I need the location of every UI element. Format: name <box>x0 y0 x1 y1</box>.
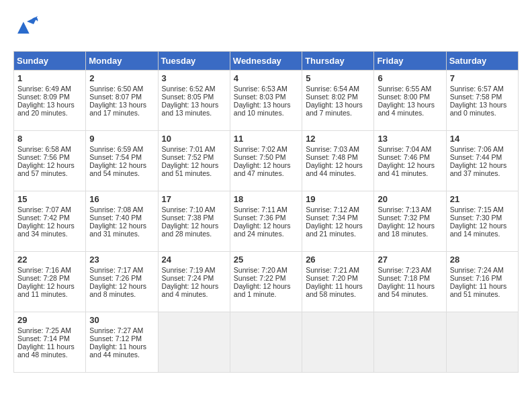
day-number: 10 <box>162 134 226 144</box>
day-info-line: and 54 minutes. <box>89 169 154 177</box>
day-number: 15 <box>17 194 82 204</box>
header: ▲ <box>13 13 519 44</box>
column-header-tuesday: Tuesday <box>158 52 230 71</box>
day-info-line: and 44 minutes. <box>89 351 154 359</box>
calendar-cell: 21Sunrise: 7:15 AMSunset: 7:30 PMDayligh… <box>446 191 518 252</box>
calendar-cell: 9Sunrise: 6:59 AMSunset: 7:54 PMDaylight… <box>86 131 158 191</box>
day-info-line: and 1 minute. <box>234 290 298 298</box>
calendar-cell: 22Sunrise: 7:16 AMSunset: 7:28 PMDayligh… <box>14 252 86 312</box>
day-info-line: Daylight: 12 hours <box>234 161 298 169</box>
day-info-line: and 4 minutes. <box>162 290 226 298</box>
calendar-cell: 24Sunrise: 7:19 AMSunset: 7:24 PMDayligh… <box>158 252 230 312</box>
day-number: 30 <box>89 315 154 325</box>
calendar-cell: 17Sunrise: 7:10 AMSunset: 7:38 PMDayligh… <box>158 191 230 252</box>
day-info-line: and 4 minutes. <box>378 109 442 117</box>
calendar-cell: 8Sunrise: 6:58 AMSunset: 7:56 PMDaylight… <box>14 131 86 191</box>
day-number: 27 <box>378 255 442 265</box>
day-info-line: Sunrise: 7:04 AM <box>378 145 442 153</box>
calendar-cell: 25Sunrise: 7:20 AMSunset: 7:22 PMDayligh… <box>230 252 302 312</box>
day-info-line: and 13 minutes. <box>162 109 226 117</box>
column-header-sunday: Sunday <box>14 52 86 71</box>
day-info-line: Daylight: 12 hours <box>306 161 370 169</box>
day-number: 4 <box>234 73 298 83</box>
day-info-line: Sunrise: 7:01 AM <box>162 145 226 153</box>
day-info-line: Sunrise: 7:20 AM <box>234 266 298 274</box>
day-info-line: Daylight: 12 hours <box>17 161 82 169</box>
day-info-line: Sunset: 8:02 PM <box>306 93 370 101</box>
day-info-line: Sunrise: 6:49 AM <box>17 85 82 93</box>
calendar-cell: 26Sunrise: 7:21 AMSunset: 7:20 PMDayligh… <box>302 252 374 312</box>
day-number: 7 <box>450 73 515 83</box>
day-info-line: Daylight: 13 hours <box>306 101 370 109</box>
day-info-line: Sunset: 7:38 PM <box>162 214 226 222</box>
day-number: 13 <box>378 134 442 144</box>
day-info-line: Sunrise: 6:50 AM <box>89 85 154 93</box>
day-info-line: Sunrise: 7:25 AM <box>17 326 82 334</box>
day-info-line: Sunset: 7:14 PM <box>17 334 82 342</box>
day-info-line: and 28 minutes. <box>162 230 226 238</box>
day-info-line: and 17 minutes. <box>89 109 154 117</box>
day-info-line: Sunset: 8:03 PM <box>234 93 298 101</box>
calendar-cell: 27Sunrise: 7:23 AMSunset: 7:18 PMDayligh… <box>374 252 446 312</box>
week-row-4: 22Sunrise: 7:16 AMSunset: 7:28 PMDayligh… <box>14 252 519 312</box>
day-info-line: Sunrise: 6:53 AM <box>234 85 298 93</box>
day-info-line: and 48 minutes. <box>17 351 82 359</box>
calendar-cell: 5Sunrise: 6:54 AMSunset: 8:02 PMDaylight… <box>302 71 374 131</box>
day-info-line: Daylight: 12 hours <box>89 161 154 169</box>
day-info-line: Daylight: 13 hours <box>378 101 442 109</box>
day-info-line: and 58 minutes. <box>306 290 370 298</box>
day-info-line: and 47 minutes. <box>234 169 298 177</box>
calendar-cell: 14Sunrise: 7:06 AMSunset: 7:44 PMDayligh… <box>446 131 518 191</box>
day-info-line: Sunrise: 7:23 AM <box>378 266 442 274</box>
day-info-line: Sunrise: 7:24 AM <box>450 266 515 274</box>
day-info-line: Sunrise: 6:58 AM <box>17 145 82 153</box>
day-info-line: and 54 minutes. <box>378 290 442 298</box>
day-info-line: Sunset: 7:12 PM <box>89 334 154 342</box>
day-info-line: Sunset: 7:24 PM <box>162 274 226 282</box>
day-number: 11 <box>234 134 298 144</box>
day-info-line: and 0 minutes. <box>450 109 515 117</box>
calendar-cell: 23Sunrise: 7:17 AMSunset: 7:26 PMDayligh… <box>86 252 158 312</box>
day-number: 1 <box>17 73 82 83</box>
day-info-line: Sunrise: 7:02 AM <box>234 145 298 153</box>
calendar-cell: 2Sunrise: 6:50 AMSunset: 8:07 PMDaylight… <box>86 71 158 131</box>
day-info-line: Sunset: 8:07 PM <box>89 93 154 101</box>
calendar-cell: 18Sunrise: 7:11 AMSunset: 7:36 PMDayligh… <box>230 191 302 252</box>
day-number: 21 <box>450 194 515 204</box>
calendar-cell: 1Sunrise: 6:49 AMSunset: 8:09 PMDaylight… <box>14 71 86 131</box>
column-header-wednesday: Wednesday <box>230 52 302 71</box>
day-info-line: Sunset: 7:32 PM <box>378 214 442 222</box>
day-info-line: and 21 minutes. <box>306 230 370 238</box>
day-info-line: and 11 minutes. <box>17 290 82 298</box>
day-number: 22 <box>17 255 82 265</box>
calendar-cell: 13Sunrise: 7:04 AMSunset: 7:46 PMDayligh… <box>374 131 446 191</box>
day-info-line: Daylight: 13 hours <box>234 101 298 109</box>
day-info-line: Sunset: 7:22 PM <box>234 274 298 282</box>
day-info-line: and 20 minutes. <box>17 109 82 117</box>
day-number: 6 <box>378 73 442 83</box>
day-info-line: Sunset: 7:30 PM <box>450 214 515 222</box>
day-info-line: Sunset: 7:54 PM <box>89 153 154 161</box>
day-info-line: Sunrise: 7:13 AM <box>378 205 442 214</box>
day-info-line: Daylight: 12 hours <box>162 222 226 230</box>
day-info-line: Sunset: 8:09 PM <box>17 93 82 101</box>
week-row-1: 1Sunrise: 6:49 AMSunset: 8:09 PMDaylight… <box>14 71 519 131</box>
day-info-line: and 8 minutes. <box>89 290 154 298</box>
day-info-line: Sunrise: 7:21 AM <box>306 266 370 274</box>
calendar-cell: 6Sunrise: 6:55 AMSunset: 8:00 PMDaylight… <box>374 71 446 131</box>
calendar-cell: 28Sunrise: 7:24 AMSunset: 7:16 PMDayligh… <box>446 252 518 312</box>
day-info-line: Daylight: 11 hours <box>89 342 154 351</box>
day-info-line: Sunrise: 7:15 AM <box>450 205 515 214</box>
day-number: 16 <box>89 194 154 204</box>
day-info-line: Sunrise: 6:54 AM <box>306 85 370 93</box>
calendar-cell <box>158 312 230 373</box>
calendar-cell: 30Sunrise: 7:27 AMSunset: 7:12 PMDayligh… <box>86 312 158 373</box>
day-info-line: Sunrise: 7:06 AM <box>450 145 515 153</box>
day-info-line: Sunset: 7:48 PM <box>306 153 370 161</box>
day-info-line: Daylight: 11 hours <box>306 282 370 290</box>
day-info-line: Sunrise: 6:55 AM <box>378 85 442 93</box>
calendar-cell: 10Sunrise: 7:01 AMSunset: 7:52 PMDayligh… <box>158 131 230 191</box>
column-header-friday: Friday <box>374 52 446 71</box>
day-info-line: Sunrise: 6:59 AM <box>89 145 154 153</box>
day-info-line: Daylight: 12 hours <box>17 282 82 290</box>
